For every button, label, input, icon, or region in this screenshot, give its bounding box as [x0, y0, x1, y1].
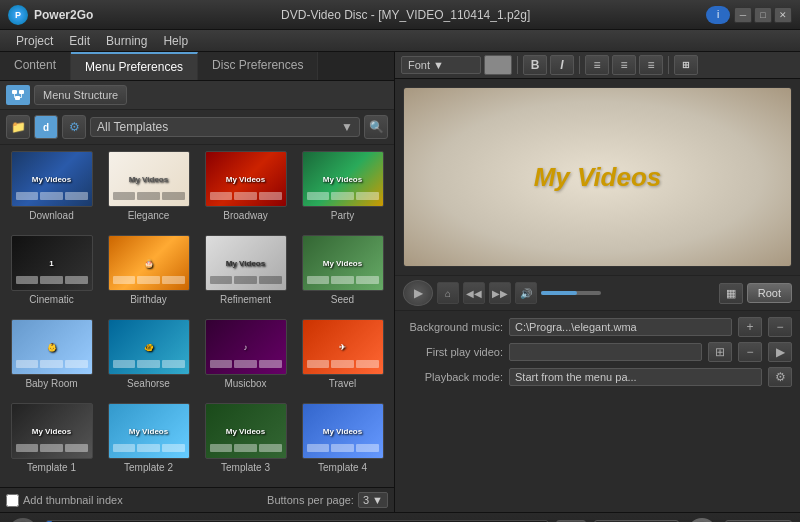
- template-travel[interactable]: ✈ Travel: [297, 319, 388, 397]
- playback-mode-row: Playback mode: Start from the menu pa...…: [403, 367, 792, 387]
- playback-mode-btn[interactable]: ⚙: [768, 367, 792, 387]
- menu-burning[interactable]: Burning: [98, 34, 155, 48]
- svg-rect-1: [19, 90, 24, 94]
- template-r4[interactable]: My Videos Template 4: [297, 403, 388, 481]
- thumbnail-checkbox-label: Add thumbnail index: [6, 494, 123, 507]
- status-bar: 0 MB / 4700 MB ⇌ Preview Burn: [0, 512, 800, 522]
- menu-project[interactable]: Project: [8, 34, 61, 48]
- menu-structure-icon: [6, 85, 30, 105]
- thumbnail-checkbox[interactable]: [6, 494, 19, 507]
- first-play-play-btn[interactable]: ▶: [768, 342, 792, 362]
- bg-music-clear-btn[interactable]: −: [768, 317, 792, 337]
- format-bar: Font ▼ B I ≡ ≡ ≡ ⊞: [395, 52, 800, 79]
- template-seed[interactable]: My Videos Seed: [297, 235, 388, 313]
- title-bar: P Power2Go DVD-Video Disc - [MY_VIDEO_11…: [0, 0, 800, 30]
- bg-music-label: Background music:: [403, 321, 503, 333]
- volume-button[interactable]: 🔊: [515, 282, 537, 304]
- tab-menu-preferences[interactable]: Menu Preferences: [71, 52, 198, 80]
- tab-bar: Content Menu Preferences Disc Preference…: [0, 52, 394, 81]
- first-play-label: First play video:: [403, 346, 503, 358]
- template-elegance[interactable]: My Videos Elegance: [103, 151, 194, 229]
- template-babyroom[interactable]: 👶 Baby Room: [6, 319, 97, 397]
- close-button[interactable]: ✕: [774, 7, 792, 23]
- menu-structure-button[interactable]: Menu Structure: [34, 85, 127, 105]
- first-play-value: [509, 343, 702, 361]
- dropdown-arrow-icon: ▼: [341, 120, 353, 134]
- menu-structure-label: Menu Structure: [43, 89, 118, 101]
- buttons-per-page: Buttons per page: 3 ▼: [267, 492, 388, 508]
- format-separator-2: [579, 56, 580, 74]
- volume-slider[interactable]: [541, 291, 601, 295]
- volume-fill: [541, 291, 577, 295]
- preview-title: My Videos: [534, 162, 662, 193]
- menu-edit[interactable]: Edit: [61, 34, 98, 48]
- app-logo: P: [8, 5, 28, 25]
- color-picker[interactable]: [484, 55, 512, 75]
- align-right-button[interactable]: ≡: [639, 55, 663, 75]
- template-dropdown-label: All Templates: [97, 120, 168, 134]
- bottom-bar: Add thumbnail index Buttons per page: 3 …: [0, 487, 394, 512]
- template-download[interactable]: My Videos Download: [6, 151, 97, 229]
- template-toolbar: 📁 d ⚙ All Templates ▼ 🔍: [0, 110, 394, 145]
- tab-disc-preferences[interactable]: Disc Preferences: [198, 52, 318, 80]
- right-panel: Font ▼ B I ≡ ≡ ≡ ⊞ My Videos ▶ ⌂ ◀◀ ▶▶ 🔊: [395, 52, 800, 512]
- template-refinement[interactable]: My Videos Refinement: [200, 235, 291, 313]
- playback-controls: ▶ ⌂ ◀◀ ▶▶ 🔊 ▦ Root: [395, 275, 800, 311]
- info-button[interactable]: i: [706, 6, 730, 24]
- bg-music-value: C:\Progra...\elegant.wma: [509, 318, 732, 336]
- layout-button[interactable]: ⊞: [674, 55, 698, 75]
- playback-mode-label: Playback mode:: [403, 371, 503, 383]
- folder-icon-btn[interactable]: 📁: [6, 115, 30, 139]
- template-type-btn[interactable]: d: [34, 115, 58, 139]
- root-button[interactable]: Root: [747, 283, 792, 303]
- left-panel: Content Menu Preferences Disc Preference…: [0, 52, 395, 512]
- prev-button[interactable]: ◀◀: [463, 282, 485, 304]
- menu-bar: Project Edit Burning Help: [0, 30, 800, 52]
- main-content: Content Menu Preferences Disc Preference…: [0, 52, 800, 512]
- bg-music-row: Background music: C:\Progra...\elegant.w…: [403, 317, 792, 337]
- first-play-browse-btn[interactable]: ⊞: [708, 342, 732, 362]
- align-left-button[interactable]: ≡: [585, 55, 609, 75]
- maximize-button[interactable]: □: [754, 7, 772, 23]
- window-controls: ─ □ ✕: [734, 7, 792, 23]
- buttons-count-dropdown[interactable]: 3 ▼: [358, 492, 388, 508]
- burn-disc-icon: [687, 518, 717, 523]
- minimize-button[interactable]: ─: [734, 7, 752, 23]
- svg-rect-0: [12, 90, 17, 94]
- first-play-row: First play video: ⊞ − ▶: [403, 342, 792, 362]
- template-r2[interactable]: My Videos Template 2: [103, 403, 194, 481]
- format-separator-1: [517, 56, 518, 74]
- italic-button[interactable]: I: [550, 55, 574, 75]
- bg-music-browse-btn[interactable]: +: [738, 317, 762, 337]
- template-seahorse[interactable]: 🐠 Seahorse: [103, 319, 194, 397]
- template-grid: My Videos Download My Videos Elegance: [0, 145, 394, 487]
- template-birthday[interactable]: 🎂 Birthday: [103, 235, 194, 313]
- font-dropdown[interactable]: Font ▼: [401, 56, 481, 74]
- align-center-button[interactable]: ≡: [612, 55, 636, 75]
- template-broadway[interactable]: My Videos Broadway: [200, 151, 291, 229]
- template-party[interactable]: My Videos Party: [297, 151, 388, 229]
- playback-mode-value: Start from the menu pa...: [509, 368, 762, 386]
- tab-content[interactable]: Content: [0, 52, 71, 80]
- home-button[interactable]: ⌂: [437, 282, 459, 304]
- menu-structure-toolbar: Menu Structure: [0, 81, 394, 110]
- app-name: Power2Go: [34, 8, 93, 22]
- template-r3[interactable]: My Videos Template 3: [200, 403, 291, 481]
- template-r1[interactable]: My Videos Template 1: [6, 403, 97, 481]
- preview-area: My Videos: [403, 87, 792, 267]
- options-btn[interactable]: ⚙: [62, 115, 86, 139]
- disc-icon: [8, 518, 38, 523]
- first-play-clear-btn[interactable]: −: [738, 342, 762, 362]
- window-title: DVD-Video Disc - [MY_VIDEO_110414_1.p2g]: [105, 8, 706, 22]
- search-btn[interactable]: 🔍: [364, 115, 388, 139]
- template-dropdown[interactable]: All Templates ▼: [90, 117, 360, 137]
- view-button[interactable]: ▦: [719, 283, 743, 304]
- properties-panel: Background music: C:\Progra...\elegant.w…: [395, 311, 800, 393]
- format-separator-3: [668, 56, 669, 74]
- template-musicbox[interactable]: ♪ Musicbox: [200, 319, 291, 397]
- next-button[interactable]: ▶▶: [489, 282, 511, 304]
- play-button[interactable]: ▶: [403, 280, 433, 306]
- template-cinematic[interactable]: 1 Cinematic: [6, 235, 97, 313]
- bold-button[interactable]: B: [523, 55, 547, 75]
- menu-help[interactable]: Help: [155, 34, 196, 48]
